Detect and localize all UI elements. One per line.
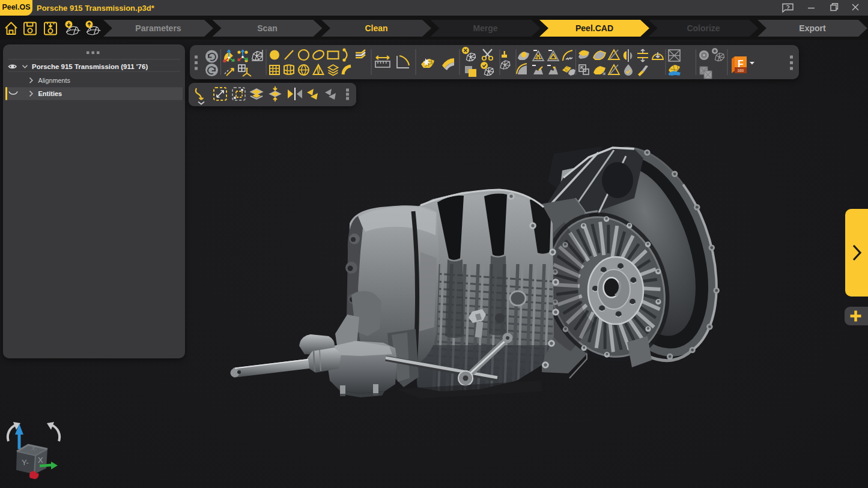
svg-text:X-: X- (31, 445, 37, 452)
svg-text:Porsche 915 Transmission (911: Porsche 915 Transmission (911 '76) (32, 63, 148, 70)
svg-text:X: X (38, 456, 43, 465)
svg-text:Alignments: Alignments (38, 77, 71, 84)
svg-text:Y-: Y- (22, 458, 29, 467)
svg-text:360: 360 (738, 68, 744, 73)
svg-text:Entities: Entities (38, 90, 62, 97)
